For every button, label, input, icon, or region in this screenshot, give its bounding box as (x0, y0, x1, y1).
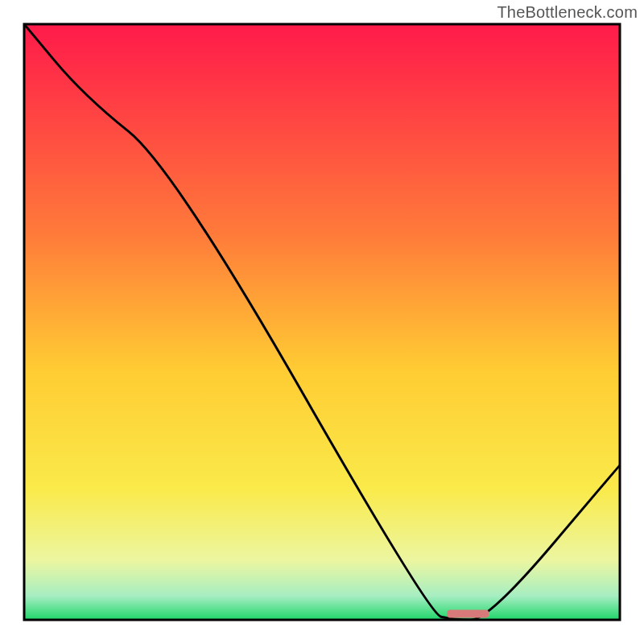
chart-container: TheBottleneck.com (0, 0, 644, 644)
watermark-text: TheBottleneck.com (497, 3, 638, 22)
bottleneck-plot (0, 0, 644, 644)
gradient-background (24, 24, 620, 620)
optimal-marker (447, 610, 489, 618)
